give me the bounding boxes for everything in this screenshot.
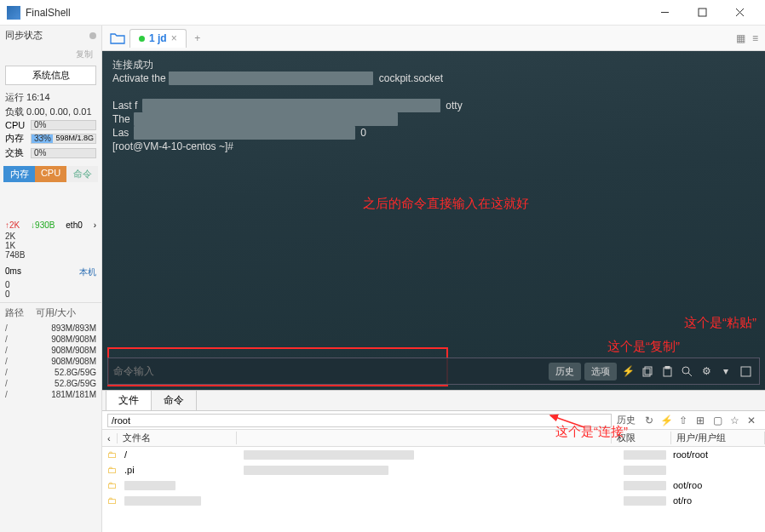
svg-point-11 — [682, 367, 689, 374]
copy-icon[interactable] — [639, 363, 656, 380]
command-input[interactable] — [113, 365, 545, 377]
search-icon[interactable] — [678, 363, 695, 380]
history-button[interactable]: 历史 — [549, 363, 581, 380]
swap-bar: 0% — [31, 148, 96, 158]
mem-label: 内存 — [5, 132, 27, 145]
tab-bar: 1 jd × + ▦ ≡ — [102, 26, 765, 51]
disk-row: /908M/908M — [0, 334, 101, 345]
terminal-icon[interactable]: ▢ — [709, 415, 726, 426]
star-icon[interactable]: ☆ — [726, 415, 743, 426]
net-up: ↑2K — [5, 220, 20, 230]
col-owner[interactable]: 用户/用户组 — [671, 432, 765, 444]
command-bar: 历史 选项 ⚡ ⚙ ▾ — [107, 358, 760, 385]
upload-icon[interactable]: ⇧ — [675, 415, 692, 426]
sidebar: 同步状态 复制 系统信息 运行 16:14 负载 0.00, 0.00, 0.0… — [0, 26, 102, 532]
tab-files[interactable]: 文件 — [106, 390, 152, 410]
bolt2-icon[interactable]: ⚡ — [658, 415, 675, 426]
annotation-paste: 这个是“粘贴” — [684, 315, 756, 331]
window-title: FinalShell — [26, 7, 646, 19]
runtime-label: 运行 16:14 — [0, 90, 101, 105]
sync-label: 同步状态 — [5, 29, 43, 42]
col-perm[interactable]: 权限 — [612, 432, 671, 444]
svg-rect-10 — [665, 366, 670, 369]
latency-ms: 0ms — [5, 266, 21, 278]
copy-small-label[interactable]: 复制 — [76, 49, 96, 60]
chevron-down-icon[interactable]: ▾ — [717, 363, 734, 380]
disk-row: /52.8G/59G — [0, 367, 101, 378]
path-input[interactable] — [107, 414, 612, 427]
folder-small-icon: 🗀 — [107, 449, 121, 460]
refresh-icon[interactable]: ↻ — [641, 415, 658, 426]
folder-icon[interactable] — [106, 29, 129, 48]
tab-close-icon[interactable]: × — [171, 32, 177, 44]
newfolder-icon[interactable]: ⊞ — [692, 415, 709, 426]
disk-col-path: 路径 — [5, 306, 36, 319]
list-item[interactable]: 🗀 / root/root — [102, 447, 765, 462]
mini-tabs[interactable]: 内存 CPU 命令 — [0, 163, 101, 185]
file-panel: 文件 命令 历史 ↻ ⚡ ⇧ ⊞ ▢ ☆ ✕ ‹ 文件名 权限 用户/用户组 — [102, 390, 765, 532]
disk-row: /181M/181M — [0, 389, 101, 400]
cpu-label: CPU — [5, 120, 27, 130]
list-icon[interactable]: ≡ — [752, 32, 758, 44]
disk-row: /908M/908M — [0, 356, 101, 367]
terminal[interactable]: 连接成功 Activate the x cockpit.socket Last … — [102, 51, 765, 390]
fullscreen-icon[interactable] — [737, 363, 754, 380]
close-button[interactable] — [721, 1, 758, 25]
tab-jd[interactable]: 1 jd × — [129, 29, 187, 48]
svg-line-12 — [688, 373, 692, 376]
latency-host[interactable]: 本机 — [79, 266, 96, 278]
new-tab-button[interactable]: + — [188, 29, 207, 48]
delete-icon[interactable]: ✕ — [743, 415, 760, 426]
sysinfo-button[interactable]: 系统信息 — [5, 66, 96, 85]
sync-dot-icon — [89, 32, 96, 39]
status-dot-icon — [139, 36, 145, 42]
chevron-left-icon[interactable]: ‹ — [102, 433, 118, 443]
folder-small-icon: 🗀 — [107, 465, 121, 475]
gear-icon[interactable]: ⚙ — [698, 363, 715, 380]
folder-small-icon: 🗀 — [107, 480, 121, 490]
svg-rect-8 — [643, 369, 650, 376]
net-down: ↓930B — [31, 220, 55, 230]
maximize-button[interactable] — [683, 1, 721, 25]
options-button[interactable]: 选项 — [584, 363, 617, 380]
list-item[interactable]: 🗀 ot/ro — [102, 493, 765, 508]
disk-col-size: 可用/大小 — [36, 306, 76, 319]
svg-rect-7 — [645, 367, 652, 375]
grid-large-icon[interactable]: ▦ — [736, 32, 745, 44]
mem-bar: 33%598M/1.8G — [31, 134, 96, 144]
annotation-copy: 这个是“复制” — [607, 339, 680, 355]
disk-row: /52.8G/59G — [0, 378, 101, 389]
load-label: 负载 0.00, 0.00, 0.01 — [0, 105, 101, 119]
annotation-input-hint: 之后的命令直接输入在这就好 — [363, 196, 529, 212]
cpu-bar: 0% — [31, 120, 96, 130]
net-iface: eth0 — [66, 220, 82, 230]
folder-small-icon: 🗀 — [107, 495, 121, 506]
bolt-icon[interactable]: ⚡ — [619, 363, 636, 380]
history-dropdown[interactable]: 历史 — [612, 414, 641, 426]
minimize-button[interactable] — [646, 1, 683, 25]
chevron-right-icon[interactable]: › — [94, 220, 96, 230]
app-icon — [7, 6, 20, 20]
col-name[interactable]: 文件名 — [118, 432, 237, 444]
paste-icon[interactable] — [659, 363, 676, 380]
list-item[interactable]: 🗀 oot/roo — [102, 478, 765, 493]
swap-label: 交换 — [5, 146, 27, 159]
svg-rect-13 — [741, 367, 751, 376]
disk-row: /893M/893M — [0, 323, 101, 334]
tab-commands[interactable]: 命令 — [151, 390, 197, 410]
svg-rect-1 — [699, 9, 706, 16]
list-item[interactable]: 🗀 .pi — [102, 462, 765, 478]
disk-row: /908M/908M — [0, 345, 101, 356]
titlebar: FinalShell — [0, 0, 765, 26]
